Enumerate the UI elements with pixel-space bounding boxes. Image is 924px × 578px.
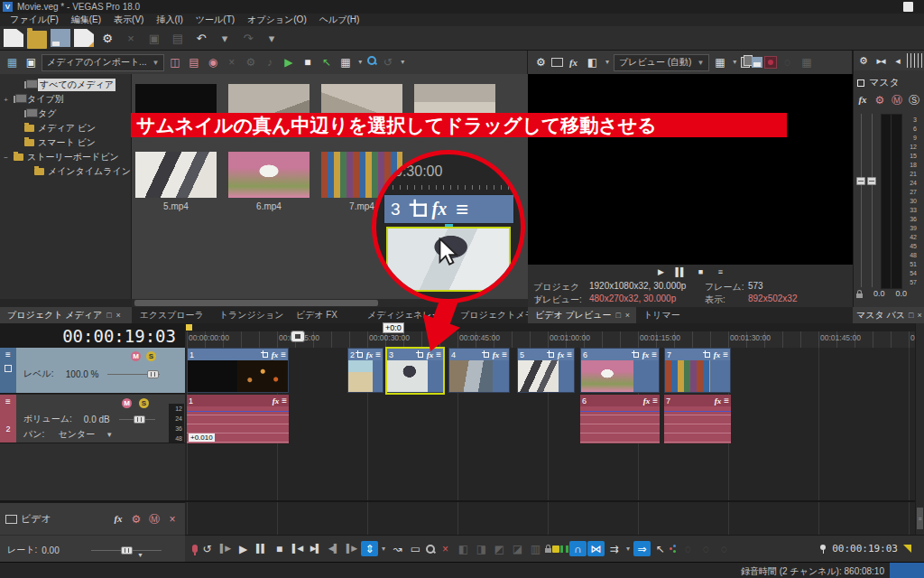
tab-float-icon[interactable]: □	[909, 311, 913, 320]
tab-trimmer[interactable]: トリマー	[636, 307, 708, 323]
media-refresh-dropdown[interactable]: ▾	[398, 55, 407, 70]
redo-dropdown[interactable]: ▾	[262, 29, 282, 47]
play-button[interactable]: ▶	[235, 541, 252, 556]
media-audio-button[interactable]: ♪	[261, 55, 278, 70]
master-settings-button[interactable]: ⚙	[855, 53, 872, 68]
video-clip[interactable]: 5 fx ≡	[517, 348, 575, 394]
split-screen-dropdown[interactable]: ▾	[603, 55, 612, 70]
tree-item[interactable]: + タイプ別	[0, 92, 131, 107]
hamburger-icon[interactable]: ≡	[652, 396, 658, 406]
rate-slider[interactable]	[91, 550, 162, 551]
mute-button[interactable]: M	[122, 398, 132, 408]
hamburger-icon[interactable]: ≡	[281, 350, 286, 359]
window-control-button[interactable]	[903, 2, 913, 12]
preview-menu-button[interactable]: ≡	[714, 266, 726, 277]
media-views-dropdown[interactable]: ▾	[356, 55, 365, 70]
copy-snapshot-button[interactable]	[741, 57, 750, 68]
pan-crop-icon[interactable]	[482, 350, 490, 359]
menu-item[interactable]: 表示(V)	[107, 14, 150, 26]
snapping-button[interactable]: ∩	[569, 541, 587, 556]
video-bus-motion-button[interactable]: ⚙	[129, 511, 143, 527]
hamburger-icon[interactable]: ≡	[723, 350, 728, 359]
tab-close-icon[interactable]: ×	[116, 311, 121, 320]
master-fader-right[interactable]	[872, 114, 873, 287]
go-to-end-button[interactable]: ▶▌	[307, 541, 324, 556]
tab-float-icon[interactable]: □	[106, 311, 111, 320]
hamburger-icon[interactable]: ≡	[502, 350, 507, 359]
grid-overlay-dropdown[interactable]: ▾	[730, 55, 739, 70]
mixer-faders-button[interactable]	[907, 53, 923, 68]
fade-in-button[interactable]: ◩	[491, 541, 508, 556]
track-groups-button[interactable]	[670, 545, 679, 554]
pan-crop-icon[interactable]	[703, 350, 711, 359]
zoom-edit-tool-button[interactable]	[425, 544, 436, 555]
dock-tab[interactable]: ビデオ FX □ ×	[289, 307, 360, 323]
preview-stop-button[interactable]: ■	[694, 266, 707, 277]
disabled-loop-button[interactable]: ◌	[779, 55, 796, 70]
hamburger-icon[interactable]: ≡	[5, 396, 11, 406]
hamburger-icon[interactable]: ≡	[282, 396, 287, 406]
audio-clip[interactable]: 6 fx ≡	[580, 395, 660, 443]
hamburger-icon[interactable]: ≡	[5, 350, 11, 359]
paste-button[interactable]: ▤	[168, 29, 188, 47]
video-bus-bypass-button[interactable]: ×	[165, 511, 180, 527]
stop-button[interactable]: ■	[271, 541, 288, 556]
downmix-button[interactable]: ▸◂	[873, 53, 889, 68]
menu-item[interactable]: オプション(O)	[241, 14, 313, 26]
record-button[interactable]	[192, 545, 198, 553]
media-views-button[interactable]: ▦	[337, 55, 354, 70]
event-fx-icon[interactable]: fx	[558, 350, 565, 359]
fader-handle-left[interactable]	[856, 177, 865, 185]
tab-close-icon[interactable]: ×	[917, 311, 921, 320]
cut-button[interactable]: ×	[121, 29, 141, 47]
next-frame-button[interactable]: ▌▶	[343, 541, 360, 556]
insert-marker-button[interactable]	[552, 545, 559, 553]
menu-item[interactable]: ヘルプ(H)	[313, 14, 366, 26]
audio-clip[interactable]: 7 fx ≡	[664, 395, 731, 443]
dock-tab[interactable]: トランジション □ ×	[212, 307, 289, 323]
master-fx-button[interactable]: fx	[855, 92, 870, 107]
master-mute-button[interactable]: Ⓜ	[890, 92, 904, 107]
timeline-start-marker[interactable]	[186, 324, 192, 331]
preview-quality-dropdown[interactable]: プレビュー (自動) ▼	[614, 54, 709, 71]
volume-slider[interactable]	[119, 419, 155, 420]
fader-handle-right[interactable]	[867, 177, 876, 185]
preview-play-button[interactable]: ▶	[654, 266, 667, 277]
split-screen-button[interactable]: ◧	[584, 55, 601, 70]
crossfade-button[interactable]: ▥	[527, 541, 544, 556]
chevron-down-icon[interactable]: ▼	[106, 431, 113, 439]
lock-button[interactable]	[545, 548, 551, 553]
media-preview-play-button[interactable]: ▶	[280, 55, 297, 70]
tab-close-icon[interactable]: ×	[625, 311, 630, 320]
auto-crossfade-button[interactable]: ⋈	[587, 541, 605, 556]
tree-item[interactable]: すべてのメディア	[0, 78, 131, 92]
status-accent-badge[interactable]	[890, 563, 924, 578]
preview-settings-button[interactable]: ⚙	[532, 55, 550, 70]
mute-button[interactable]: M	[131, 351, 141, 361]
media-thumbnail[interactable]	[228, 152, 310, 198]
chevron-down-icon[interactable]: ▼	[137, 552, 143, 558]
video-clip[interactable]: 7 fx ≡	[664, 348, 731, 394]
edit-cursor-button[interactable]: ↖	[651, 541, 669, 556]
pan-crop-icon[interactable]	[632, 350, 640, 359]
hamburger-icon[interactable]: ≡	[724, 396, 729, 406]
ripple-edit-dropdown[interactable]: ▾	[624, 541, 633, 556]
tree-item[interactable]: タグ	[0, 107, 131, 121]
master-solo-button[interactable]: Ⓢ	[907, 92, 921, 107]
video-bus-track[interactable]: ビデオ fx⚙Ⓜ×	[0, 502, 185, 535]
pause-button[interactable]: ▌▌	[253, 541, 270, 556]
playhead-marker[interactable]	[291, 331, 305, 342]
video-clip[interactable]: 1 fx ≡	[187, 348, 289, 394]
tab-video-preview[interactable]: ビデオ プレビュー □ ×	[528, 307, 636, 323]
remove-media-button[interactable]: ×	[223, 55, 240, 70]
undo-dropdown[interactable]: ▾	[215, 29, 235, 47]
timeline-vertical-scrollbar[interactable]: ≡	[915, 323, 924, 535]
media-preview-stop-button[interactable]: ■	[299, 55, 316, 70]
media-search-button[interactable]	[366, 55, 377, 66]
audio-track-header[interactable]: ≡ 2 M S ボリューム: 0.0 dB パン: センター ▼ 1224364…	[0, 395, 185, 443]
tree-item[interactable]: メインタイムライン	[0, 164, 131, 179]
tree-item[interactable]: スマート ビン	[0, 135, 131, 150]
trim-end-button[interactable]: ◨	[473, 541, 490, 556]
project-properties-button[interactable]: ⚙	[97, 29, 117, 47]
open-button[interactable]	[27, 31, 47, 49]
